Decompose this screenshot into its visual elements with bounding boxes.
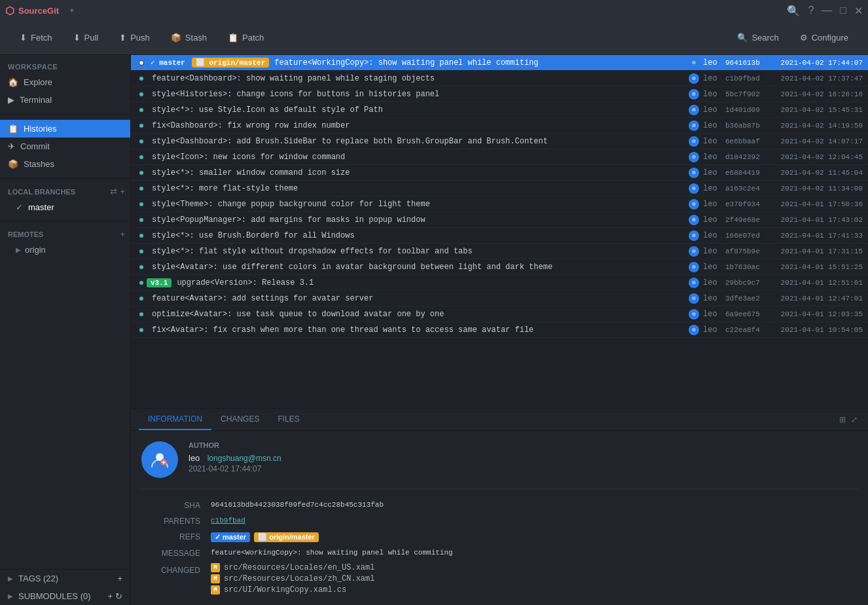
commit-graph xyxy=(136,296,147,301)
window-controls: 🔍 ? — □ ✕ xyxy=(787,5,863,17)
commit-dot xyxy=(139,296,144,301)
help-icon[interactable]: ? xyxy=(808,5,814,17)
commit-message: feature<Avatar>: add settings for avatar… xyxy=(147,294,689,303)
tab-changes[interactable]: CHANGES xyxy=(211,409,268,430)
commit-graph xyxy=(136,60,147,65)
parents-value[interactable]: c1b9fbad xyxy=(211,515,858,526)
commit-row[interactable]: feature<Avatar>: add settings for avatar… xyxy=(131,291,868,306)
nav-section: 📋 Histories ✈ Commit 📦 Stashes xyxy=(0,114,130,178)
configure-button[interactable]: ⚙ Configure xyxy=(791,29,858,46)
commit-author: leo xyxy=(699,247,725,256)
content-area: ✓ master⬜ origin/masterfeature<WorkingCo… xyxy=(131,55,868,605)
commit-date: 2021-04-02 16:26:16 xyxy=(771,90,863,98)
sidebar-item-master[interactable]: ✓ master xyxy=(0,199,130,215)
changed-badge: M xyxy=(211,585,220,595)
commit-list[interactable]: ✓ master⬜ origin/masterfeature<WorkingCo… xyxy=(131,55,868,409)
sidebar-item-histories[interactable]: 📋 Histories xyxy=(0,120,130,138)
refs-row: ✓ master ⬜ origin/master xyxy=(211,532,858,542)
author-row: AUTHOR leo longshuang@msn.cn 2021-04-02 … xyxy=(141,441,858,489)
changed-file-item[interactable]: Msrc/UI/WorkingCopy.xaml.cs xyxy=(211,585,858,595)
fetch-button[interactable]: ⬇ Fetch xyxy=(10,29,62,46)
local-branches-header: LOCAL BRANCHES ⇄ + xyxy=(0,184,130,199)
commit-hash: e6884419 xyxy=(725,169,771,177)
ref-master-check: ✓ xyxy=(215,533,223,541)
remotes-label: REMOTES xyxy=(8,230,43,238)
changed-file-name: src/UI/WorkingCopy.xaml.cs xyxy=(224,585,346,595)
commit-avatar: ⚙ xyxy=(689,136,699,147)
meta-grid: SHA 9641613bdb4423038f09fed7c4cc28b45c31… xyxy=(141,500,858,595)
commit-row[interactable]: ✓ master⬜ origin/masterfeature<WorkingCo… xyxy=(131,55,868,71)
layout-icon[interactable]: ⊞ xyxy=(839,415,846,424)
commit-message: feature<WorkingCopy>: show waiting panel… xyxy=(269,58,689,67)
pull-button[interactable]: ⬇ Pull xyxy=(64,29,108,46)
push-button[interactable]: ⬆ Push xyxy=(110,29,159,46)
commit-avatar: ⚙ xyxy=(689,325,699,335)
commit-row[interactable]: style<*>: flat style without dropshadow … xyxy=(131,244,868,259)
commit-row[interactable]: optimize<Avatar>: use task queue to down… xyxy=(131,306,868,322)
branch-add-icon[interactable]: + xyxy=(120,187,125,196)
patch-button[interactable]: 📋 Patch xyxy=(219,29,273,46)
commit-date: 2021-04-01 15:51:25 xyxy=(771,263,863,271)
submodule-refresh-icon[interactable]: ↻ xyxy=(115,591,122,601)
close-button[interactable]: ✕ xyxy=(854,5,863,17)
sidebar-item-explore[interactable]: 🏠 Explore xyxy=(0,73,130,91)
explore-icon: 🏠 xyxy=(8,77,18,87)
tag-add-icon[interactable]: + xyxy=(117,574,122,583)
tab-add-button[interactable]: + xyxy=(69,6,74,15)
commit-row[interactable]: feature<Dashboard>: show waiting panel w… xyxy=(131,71,868,86)
commit-row[interactable]: style<Theme>: change popup background co… xyxy=(131,196,868,212)
minimize-button[interactable]: — xyxy=(822,5,832,17)
commit-date: 2021-04-01 10:54:05 xyxy=(771,326,863,334)
sidebar-item-stashes[interactable]: 📦 Stashes xyxy=(0,155,130,173)
commit-avatar: ⚙ xyxy=(689,168,699,178)
commit-row[interactable]: style<Avatar>: use different colors in a… xyxy=(131,259,868,275)
commit-message: style<Histories>: change icons for butto… xyxy=(147,90,689,99)
commit-author: leo xyxy=(699,310,725,319)
expand-origin-icon: ▶ xyxy=(16,246,21,253)
commit-row[interactable]: fix<Dashboard>: fix wrong row index numb… xyxy=(131,118,868,134)
changed-file-item[interactable]: Msrc/Resources/Locales/zh_CN.xaml xyxy=(211,574,858,583)
commit-dot xyxy=(139,327,144,333)
sidebar-item-submodules[interactable]: ▶ SUBMODULES (0) + ↻ xyxy=(0,587,130,605)
commit-row[interactable]: fix<Avatar>: fix crash when more than on… xyxy=(131,322,868,338)
commit-row[interactable]: v3.1upgrade<Version>: Release 3.1⚙leo29b… xyxy=(131,275,868,291)
detail-panel: INFORMATION CHANGES FILES ⊞ ⤢ xyxy=(131,409,868,605)
commit-row[interactable]: style<*>: more flat-style theme⚙leoa163c… xyxy=(131,181,868,196)
sidebar-item-commit[interactable]: ✈ Commit xyxy=(0,138,130,155)
sidebar-item-terminal[interactable]: ▶ Terminal xyxy=(0,91,130,109)
commit-dot xyxy=(139,280,144,285)
sha-label: SHA xyxy=(141,500,200,510)
changed-badge: M xyxy=(211,563,220,572)
commit-author: leo xyxy=(699,90,725,99)
commit-row[interactable]: style<*>: smaller window command icon si… xyxy=(131,165,868,181)
commit-row[interactable]: style<Icon>: new icons for window comman… xyxy=(131,149,868,165)
commit-row[interactable]: style<Histories>: change icons for butto… xyxy=(131,86,868,102)
expand-icon[interactable]: ⤢ xyxy=(851,415,858,424)
remote-add-icon[interactable]: + xyxy=(120,229,125,239)
commit-row[interactable]: style<*>: use Style.Icon as default styl… xyxy=(131,102,868,118)
commit-dot xyxy=(139,76,144,81)
maximize-button[interactable]: □ xyxy=(840,5,846,17)
sidebar-item-origin[interactable]: ▶ origin xyxy=(0,242,130,258)
sidebar-item-tags[interactable]: ▶ TAGS (22) + xyxy=(0,570,130,587)
commit-row[interactable]: style<*>: use Brush.Border0 for all Wind… xyxy=(131,228,868,244)
tab-information[interactable]: INFORMATION xyxy=(139,409,211,430)
terminal-label: Terminal xyxy=(20,95,52,105)
main-layout: WORKSPACE 🏠 Explore ▶ Terminal 📋 Histori… xyxy=(0,55,868,605)
branch-merge-icon[interactable]: ⇄ xyxy=(110,187,117,196)
changed-file-item[interactable]: Msrc/Resources/Locales/en_US.xaml xyxy=(211,563,858,572)
commit-message: fix<Avatar>: fix crash when more than on… xyxy=(147,325,689,335)
commit-row[interactable]: style<PopupManager>: add margins for mas… xyxy=(131,212,868,228)
commit-message: style<*>: flat style without dropshadow … xyxy=(147,247,689,256)
submodule-add-icon[interactable]: + xyxy=(107,591,113,601)
tab-files[interactable]: FILES xyxy=(268,409,308,430)
commit-row[interactable]: style<Dashboard>: add Brush.SideBar to r… xyxy=(131,134,868,149)
stash-button[interactable]: 📦 Stash xyxy=(162,29,216,46)
commit-author: leo xyxy=(699,200,725,209)
commit-message: style<*>: smaller window command icon si… xyxy=(147,168,689,177)
commit-hash: b36ab87b xyxy=(725,122,771,130)
search-icon[interactable]: 🔍 xyxy=(787,5,800,17)
commit-avatar: ⚙ xyxy=(689,183,699,194)
search-button[interactable]: 🔍 Search xyxy=(728,29,787,46)
pull-icon: ⬇ xyxy=(73,33,81,43)
